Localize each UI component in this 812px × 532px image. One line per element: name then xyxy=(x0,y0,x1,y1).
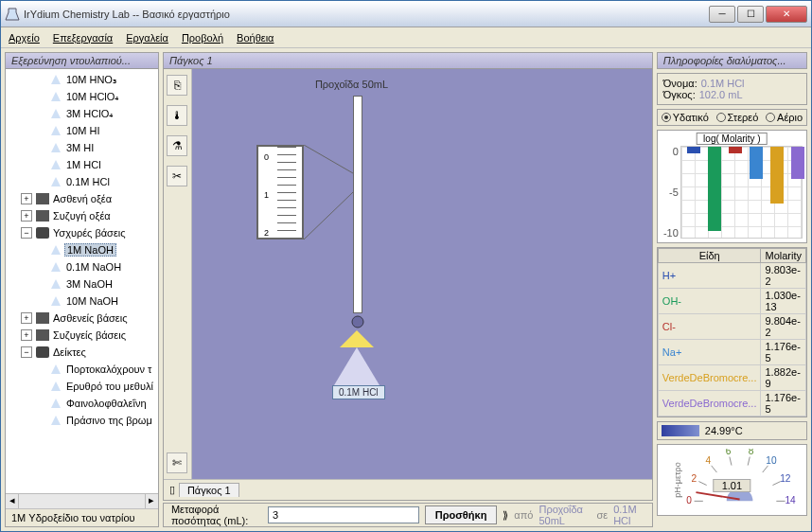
species-name: H+ xyxy=(658,263,761,289)
svg-line-6 xyxy=(698,482,706,486)
tree-item[interactable]: 10M HNO₃ xyxy=(8,71,156,88)
table-row[interactable]: Cl-9.804e-2 xyxy=(658,314,805,340)
tab-bench-1[interactable]: Πάγκος 1 xyxy=(179,483,239,497)
tree-item[interactable]: Πορτοκαλόχρουν τ xyxy=(8,361,156,378)
name-label: Όνομα: xyxy=(663,78,697,89)
tool-thermometer-icon[interactable]: 🌡 xyxy=(167,105,187,126)
tree-label: 10M HNO₃ xyxy=(64,74,118,86)
ph-value: 1.01 xyxy=(714,479,750,492)
window-title: IrYdium Chemistry Lab -- Βασικό εργαστήρ… xyxy=(24,9,709,20)
transfer-add-button[interactable]: Προσθήκη xyxy=(425,505,498,524)
tree-label: Ασθενή οξέα xyxy=(51,193,114,204)
th-species[interactable]: Είδη xyxy=(658,249,761,263)
tree-label: Πράσινο της βρωμ xyxy=(64,415,154,426)
transfer-arrow-icon: ⟫ xyxy=(503,509,508,522)
cabinet-title: Εξερεύνηση ντουλαπιού... xyxy=(6,53,158,69)
tree-item[interactable]: Ερυθρό του μεθυλί xyxy=(8,378,156,395)
tree-item[interactable]: +Συζυγείς βάσεις xyxy=(8,327,156,344)
tree-item[interactable]: 10M HClO₄ xyxy=(8,88,156,105)
temperature-box: 24.99°C xyxy=(657,421,807,440)
tree-label: 1M NaOH xyxy=(64,243,116,257)
ph-meter: pH-μετρο 02468101214 1.01 xyxy=(657,444,807,516)
expander-icon[interactable]: + xyxy=(21,210,32,222)
expander-icon[interactable]: + xyxy=(21,329,32,341)
tree-item[interactable]: 3M NaOH xyxy=(8,275,156,293)
flask-icon xyxy=(49,158,62,171)
workbench-panel: Πάγκος 1 ⎘ 🌡 ⚗ ✂ ✄ Προχοΐδα 50mL xyxy=(163,52,653,501)
temperature-value: 24.99°C xyxy=(705,425,743,436)
species-molarity: 9.803e-2 xyxy=(761,263,806,289)
cabinet-panel: Εξερεύνηση ντουλαπιού... 10M HNO₃10M HCl… xyxy=(5,52,159,527)
expander-icon[interactable]: + xyxy=(21,193,32,204)
erlenmeyer-flask[interactable] xyxy=(334,336,380,385)
tree-item[interactable]: Πράσινο της βρωμ xyxy=(8,412,156,429)
cabinet-tree[interactable]: 10M HNO₃10M HClO₄3M HClO₄10M HI3M HI1M H… xyxy=(6,69,158,493)
flask-icon xyxy=(49,175,62,188)
tree-item[interactable]: Φαινολοφθαλεΐνη xyxy=(8,395,156,412)
tree-item[interactable]: 1M HCl xyxy=(8,156,156,173)
chart-bar xyxy=(708,147,721,231)
temperature-swatch xyxy=(662,425,699,436)
radio-gas[interactable]: Αέριο xyxy=(766,112,803,123)
table-row[interactable]: Na+1.176e-5 xyxy=(658,340,805,365)
tree-item[interactable]: 0.1M HCl xyxy=(8,173,156,190)
tree-item[interactable]: 10M NaOH xyxy=(8,293,156,310)
species-molarity: 1.176e-5 xyxy=(761,340,806,365)
tree-item[interactable]: +Συζυγή οξέα xyxy=(8,207,156,224)
tool-delete-icon[interactable]: ✂ xyxy=(167,166,187,186)
menu-edit[interactable]: Επεξεργασία xyxy=(53,32,113,44)
table-row[interactable]: OH-1.030e-13 xyxy=(658,289,805,314)
tree-label: Δείκτες xyxy=(51,346,88,358)
species-name: VerdeDeBromocre... xyxy=(658,391,761,417)
titlebar[interactable]: IrYdium Chemistry Lab -- Βασικό εργαστήρ… xyxy=(1,1,811,27)
table-row[interactable]: VerdeDeBromocre...1.882e-9 xyxy=(658,365,805,391)
tree-item[interactable]: −Δείκτες xyxy=(8,344,156,361)
tree-item[interactable]: −Υσχυρές βάσεις xyxy=(8,224,156,241)
tree-label: Συζυγή οξέα xyxy=(51,210,113,222)
radio-aqueous[interactable]: Υδατικό xyxy=(662,112,709,123)
species-name: Na+ xyxy=(658,340,761,365)
maximize-button[interactable]: ☐ xyxy=(737,6,764,23)
tool-scissors-icon[interactable]: ✄ xyxy=(167,452,187,473)
species-molarity: 1.176e-5 xyxy=(761,391,806,417)
tree-item[interactable]: 3M HClO₄ xyxy=(8,105,156,122)
expander-icon[interactable]: + xyxy=(21,312,32,324)
transfer-amount-input[interactable] xyxy=(268,506,419,523)
expander-icon[interactable]: − xyxy=(21,227,32,239)
disk-icon xyxy=(36,227,49,239)
tree-item[interactable]: 10M HI xyxy=(8,122,156,139)
radio-solid[interactable]: Στερεό xyxy=(716,112,759,123)
stopcock-icon[interactable] xyxy=(347,311,368,332)
table-row[interactable]: VerdeDeBromocre...1.176e-5 xyxy=(658,391,805,417)
workbench-body: ⎘ 🌡 ⚗ ✂ ✄ Προχοΐδα 50mL 0 xyxy=(164,69,652,479)
table-row[interactable]: H+9.803e-2 xyxy=(658,263,805,289)
tree-scrollbar[interactable]: ◂ ▸ xyxy=(6,493,158,508)
app-icon xyxy=(5,7,20,22)
svg-text:2: 2 xyxy=(691,473,697,484)
tool-glassware-icon[interactable]: ⚗ xyxy=(167,135,187,156)
th-molarity[interactable]: Molarity xyxy=(761,249,806,263)
tree-item[interactable]: 0.1M NaOH xyxy=(8,258,156,275)
tree-item[interactable]: 1M NaOH xyxy=(8,241,156,258)
tree-item[interactable]: +Ασθενείς βάσεις xyxy=(8,310,156,327)
tree-label: 10M NaOH xyxy=(64,295,120,307)
close-button[interactable]: ✕ xyxy=(766,6,807,23)
tool-copy-icon[interactable]: ⎘ xyxy=(167,75,187,96)
workbench-canvas[interactable]: Προχοΐδα 50mL 0 1 2 xyxy=(192,69,652,479)
tree-item[interactable]: +Ασθενή οξέα xyxy=(8,190,156,207)
transfer-to: 0.1M HCl xyxy=(613,504,644,526)
workbench-title: Πάγκος 1 xyxy=(164,53,652,69)
svg-line-1 xyxy=(304,145,353,173)
tree-item[interactable]: 3M HI xyxy=(8,139,156,156)
tree-label: Ερυθρό του μεθυλί xyxy=(64,381,155,392)
transfer-from: Προχοΐδα 50mL xyxy=(538,504,591,526)
svg-text:12: 12 xyxy=(780,473,791,484)
minimize-button[interactable]: ─ xyxy=(709,6,735,23)
menu-tools[interactable]: Εργαλεία xyxy=(126,32,168,44)
ph-dial: 02468101214 xyxy=(679,449,801,505)
tree-label: Συζυγείς βάσεις xyxy=(51,329,128,341)
expander-icon[interactable]: − xyxy=(21,346,32,358)
menu-help[interactable]: Βοήθεια xyxy=(237,32,274,44)
menu-view[interactable]: Προβολή xyxy=(182,32,223,44)
menu-file[interactable]: Αρχείο xyxy=(9,32,40,44)
